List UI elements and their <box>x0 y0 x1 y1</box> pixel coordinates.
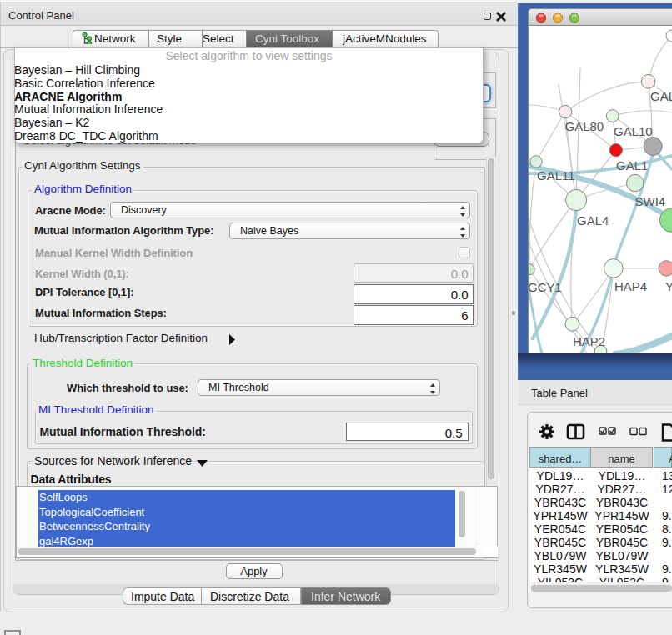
svg-text:HAP2: HAP2 <box>573 334 605 348</box>
svg-text:Y: Y <box>665 279 672 293</box>
svg-text:GAL1: GAL1 <box>616 158 648 172</box>
svg-text:GAL11: GAL11 <box>537 168 575 182</box>
svg-text:GCY1: GCY1 <box>529 280 562 294</box>
svg-text:GAL7: GAL7 <box>650 89 672 103</box>
svg-text:HAP4: HAP4 <box>614 279 647 293</box>
svg-text:GAL80: GAL80 <box>565 119 604 133</box>
svg-text:GAL4: GAL4 <box>577 213 609 228</box>
svg-text:SWI4: SWI4 <box>635 194 666 208</box>
svg-text:GAL10: GAL10 <box>614 124 653 138</box>
